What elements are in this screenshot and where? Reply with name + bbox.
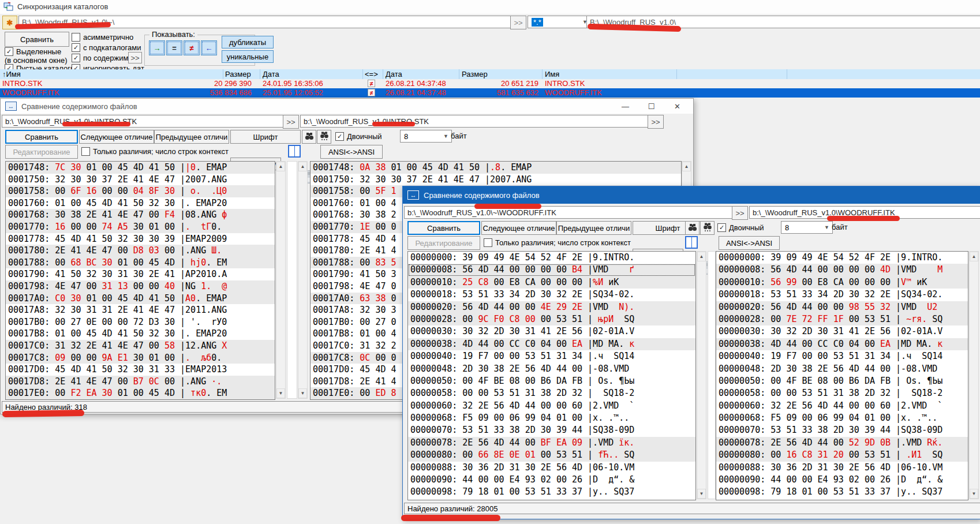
checkbox-box[interactable]: [81, 147, 90, 156]
duplicates-button[interactable]: дубликаты: [222, 36, 274, 48]
table-row[interactable]: INTRO.STK20 296 39024.01.95 16:35:0626.0…: [0, 79, 980, 88]
header-size-left[interactable]: Размер: [225, 70, 251, 78]
win2-search-button[interactable]: [685, 221, 700, 235]
win2-bytes-combo[interactable]: 8▼: [781, 221, 833, 234]
win1-compare-button[interactable]: Сравнить: [5, 130, 78, 144]
minimize-button[interactable]: —: [612, 99, 638, 114]
scroll-down-icon[interactable]: ▼: [697, 489, 706, 499]
hex-row: 0001750: 32 30 30 37 2E 41 4E 47 |2007.A…: [311, 174, 681, 186]
checkbox-selected[interactable]: Выделенные: [5, 47, 61, 56]
win2-left-path-field[interactable]: b:\_\Woodruff_RUS_v1.0\~\WOODRUFF.ITK: [404, 206, 736, 219]
hex-row: 00000020: 56 4D 44 00 00 4E 29 2E |VMD N…: [408, 301, 695, 313]
win2-edit-button[interactable]: Редактирование: [407, 236, 480, 250]
win2-binary-checkbox[interactable]: Двоичный: [717, 223, 764, 232]
table-cell: 26.08.21 04:37:48: [386, 88, 446, 97]
file-table-header[interactable]: ↑Имя Размер Дата <=> Дата Размер Имя: [0, 69, 980, 79]
scroll-down-icon[interactable]: ▼: [276, 388, 285, 398]
header-date-left[interactable]: Дата: [263, 70, 279, 78]
scroll-up-icon[interactable]: ▲: [697, 252, 706, 261]
scroll-up-icon[interactable]: ▲: [970, 252, 978, 261]
win1-right-scrollbar-left[interactable]: ▲▼: [298, 161, 308, 399]
hex-row: 00000048: 2D 30 38 2E 56 4D 44 00 |-08.V…: [408, 363, 695, 375]
red-marker-annotation: [827, 216, 900, 221]
hex-row: 00000058: 00 00 53 51 31 38 2D 32 | SQ18…: [408, 387, 695, 399]
win2-titlebar[interactable]: ↔ Сравнение содержимого файлов: [403, 186, 980, 204]
checkbox-asymmetric[interactable]: асимметрично: [72, 33, 133, 42]
checkbox-box[interactable]: [717, 223, 726, 232]
maximize-button[interactable]: ☐: [638, 99, 664, 114]
show-notequal-toggle[interactable]: ≠: [184, 40, 200, 55]
win1-ansi-button[interactable]: ANSI<->ANSI: [320, 145, 383, 159]
checkbox-box[interactable]: [335, 132, 344, 141]
show-right-arrow-toggle[interactable]: →: [149, 40, 165, 55]
win2-compare-button[interactable]: Сравнить: [407, 221, 480, 235]
checkbox-subdirs[interactable]: с подкаталогами: [72, 43, 141, 52]
win1-search-next-button[interactable]: [317, 130, 331, 144]
win1-left-scrollbar[interactable]: ▲▼: [276, 161, 286, 399]
win2-next-diff-button[interactable]: Следующее отличие: [481, 221, 556, 235]
table-cell: 25.01.95 12:05:52: [263, 88, 323, 97]
checkbox-box[interactable]: [484, 238, 492, 247]
scroll-up-icon[interactable]: ▲: [682, 162, 691, 171]
checkbox-box[interactable]: [72, 43, 80, 52]
compare-window-icon: ↔: [5, 102, 17, 111]
main-chevron-button[interactable]: >>: [510, 16, 526, 29]
win2-split-view-icon-button[interactable]: [685, 236, 698, 249]
hex-row: 00017A0: C0 30 01 00 45 4D 41 50 |А0. EM…: [6, 293, 275, 305]
win1-next-diff-button[interactable]: Следующее отличие: [79, 130, 154, 144]
win2-search-next-button[interactable]: [700, 221, 715, 235]
win2-ansi-button[interactable]: ANSI<->ANSI: [719, 236, 780, 250]
win1-font-button[interactable]: Шрифт: [230, 130, 301, 144]
header-name-right[interactable]: Имя: [545, 70, 559, 78]
main-compare-button[interactable]: Сравнить: [5, 32, 69, 47]
table-row[interactable]: WOODRUFF.ITK536 834 68625.01.95 12:05:52…: [0, 88, 980, 98]
hex-row: 0001780: 2E 41 4E 47 00 D8 03 00 |.ANG Ш…: [6, 245, 275, 257]
header-compare-dir[interactable]: <=>: [365, 70, 378, 78]
win2-left-hex-panel[interactable]: 00000000: 39 09 49 4E 54 52 4F 2E |9.INT…: [407, 251, 696, 500]
win2-right-hex-panel[interactable]: 00000000: 39 09 49 4E 54 52 4F 2E |9.INT…: [716, 251, 968, 500]
hex-row: 00000060: 32 2E 56 4D 44 00 00 60 |2.VMD…: [408, 400, 695, 412]
checkbox-box[interactable]: [5, 47, 13, 56]
win2-prev-diff-button[interactable]: Предыдущее отличи: [556, 221, 631, 235]
win2-only-diff-checkbox[interactable]: Только различия; число строк контекст: [484, 238, 631, 247]
checkbox-box[interactable]: [72, 33, 80, 42]
win1-right-path-field[interactable]: b:\_\Woodruff_RUS_v1.0\INTRO.STK: [300, 115, 652, 128]
win1-edit-button[interactable]: Редактирование: [5, 145, 78, 159]
close-button[interactable]: ✕: [664, 99, 690, 114]
show-equal-toggle[interactable]: =: [166, 40, 182, 55]
win1-binary-checkbox[interactable]: Двоичный: [335, 132, 382, 141]
header-size-right[interactable]: Размер: [462, 70, 488, 78]
win1-bytes-combo[interactable]: 8▼: [400, 130, 452, 143]
win2-panel-splitter[interactable]: [708, 251, 716, 499]
win1-only-diff-checkbox[interactable]: Только различия; число строк контекст: [81, 147, 229, 156]
filter-combo[interactable]: *.* ▼: [528, 16, 591, 28]
table-cell: 26.08.21 04:37:48: [386, 79, 446, 88]
checkbox-box[interactable]: [72, 54, 80, 62]
hex-row: 00000080: 00 66 8E 0E 01 00 53 51 | fЋ..…: [408, 449, 695, 461]
scroll-down-icon[interactable]: ▼: [298, 388, 307, 398]
scroll-up-icon[interactable]: ▲: [276, 162, 285, 171]
header-name-left[interactable]: ↑Имя: [2, 70, 21, 78]
scroll-down-icon[interactable]: ▼: [970, 489, 978, 499]
header-date-right[interactable]: Дата: [386, 70, 402, 78]
win1-left-hex-panel[interactable]: 0001748: 7C 30 01 00 45 4D 41 50 ||0. EM…: [5, 161, 275, 400]
win1-panel-splitter[interactable]: [287, 161, 297, 399]
content-chevron-button[interactable]: >>: [128, 52, 142, 63]
win1-prev-diff-button[interactable]: Предыдущее отличи: [154, 130, 229, 144]
win2-left-scrollbar[interactable]: ▲▼: [697, 251, 706, 499]
win1-split-view-icon-button[interactable]: [288, 145, 301, 158]
win1-swap-button[interactable]: >>: [283, 115, 299, 129]
hex-row: 00000080: 00 16 C8 31 20 00 53 51 | .И1 …: [716, 449, 968, 461]
uniques-button[interactable]: уникальные: [222, 50, 274, 63]
win1-left-path-field[interactable]: b:\_\Woodruff_RUS_v1.0\~\INTRO.STK: [2, 115, 287, 128]
win2-swap-button[interactable]: >>: [732, 206, 748, 220]
win1-swap-button-2[interactable]: >>: [648, 115, 664, 129]
win2-right-scrollbar[interactable]: ▲▼: [969, 251, 979, 499]
scroll-up-icon[interactable]: ▲: [298, 162, 307, 171]
win1-search-button[interactable]: [302, 130, 316, 144]
show-left-arrow-toggle[interactable]: ←: [201, 40, 217, 55]
hex-row: 00017B0: 00 27 0E 00 00 72 D3 30 | '. rУ…: [6, 316, 275, 328]
win1-titlebar[interactable]: ↔ Сравнение содержимого файлов — ☐ ✕: [1, 99, 693, 114]
table-cell: INTRO.STK: [545, 79, 585, 88]
red-marker-annotation: [401, 515, 500, 521]
